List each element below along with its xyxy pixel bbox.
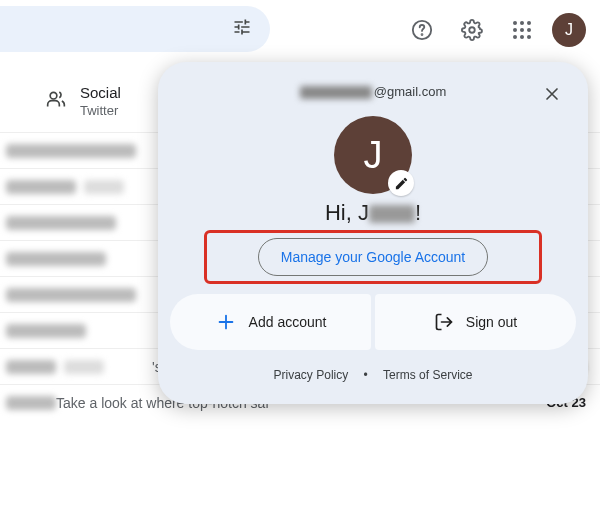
manage-account-button[interactable]: Manage your Google Account xyxy=(258,238,488,276)
apps-button[interactable] xyxy=(502,10,542,50)
svg-point-9 xyxy=(513,35,517,39)
svg-point-1 xyxy=(422,34,423,35)
svg-point-7 xyxy=(520,28,524,32)
top-bar: J xyxy=(0,0,600,60)
add-account-button[interactable]: Add account xyxy=(170,294,371,350)
close-button[interactable] xyxy=(534,76,570,112)
sign-out-label: Sign out xyxy=(466,314,517,330)
account-avatar-button[interactable]: J xyxy=(552,13,586,47)
privacy-link[interactable]: Privacy Policy xyxy=(270,368,353,382)
search-bar-end[interactable] xyxy=(0,6,270,52)
account-popover: @gmail.com J Hi, J! Manage your Google A… xyxy=(158,62,588,404)
svg-point-2 xyxy=(469,27,475,33)
svg-point-8 xyxy=(527,28,531,32)
avatar-large: J xyxy=(334,116,412,194)
edit-avatar-button[interactable] xyxy=(388,170,414,196)
tab-subtitle: Twitter xyxy=(80,103,121,118)
sign-out-button[interactable]: Sign out xyxy=(375,294,576,350)
settings-button[interactable] xyxy=(452,10,492,50)
separator-dot: • xyxy=(364,368,368,382)
greeting-text: Hi, J! xyxy=(166,200,580,226)
people-icon xyxy=(46,89,66,113)
tab-title: Social xyxy=(80,84,121,101)
account-email: @gmail.com xyxy=(300,84,446,99)
svg-point-5 xyxy=(527,21,531,25)
svg-point-3 xyxy=(513,21,517,25)
popover-footer: Privacy Policy • Terms of Service xyxy=(166,350,580,396)
svg-point-10 xyxy=(520,35,524,39)
help-button[interactable] xyxy=(402,10,442,50)
svg-point-4 xyxy=(520,21,524,25)
svg-point-12 xyxy=(50,92,57,99)
add-account-label: Add account xyxy=(249,314,327,330)
tune-icon[interactable] xyxy=(232,17,252,41)
svg-point-11 xyxy=(527,35,531,39)
terms-link[interactable]: Terms of Service xyxy=(379,368,476,382)
svg-point-6 xyxy=(513,28,517,32)
